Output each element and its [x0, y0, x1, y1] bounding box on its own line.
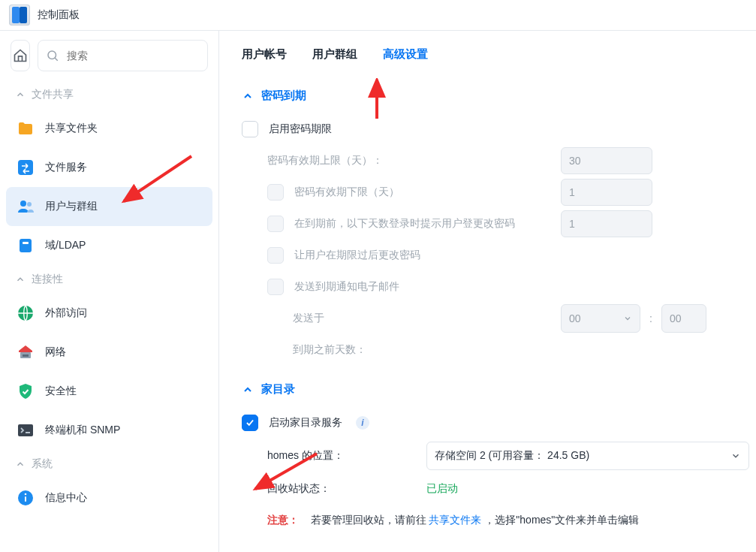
- sidebar-group-system[interactable]: 系统: [6, 450, 212, 478]
- checkbox-send-email[interactable]: [267, 279, 284, 295]
- sidebar-item-domain-ldap[interactable]: 域/LDAP: [6, 226, 212, 265]
- checkbox-min-days[interactable]: [267, 184, 284, 201]
- sidebar-item-label: 终端机和 SNMP: [45, 424, 120, 437]
- sidebar-item-external-access[interactable]: 外部访问: [6, 294, 212, 333]
- svg-rect-4: [20, 239, 32, 252]
- sidebar-item-label: 外部访问: [45, 306, 87, 320]
- tab-user-account[interactable]: 用户帐号: [242, 47, 287, 65]
- row-enable-password-expiry: 启用密码期限: [242, 113, 733, 145]
- row-send-email: 发送到期通知电子邮件: [242, 271, 733, 303]
- input-max-days[interactable]: 30: [561, 147, 652, 174]
- note-prefix: 注意：: [267, 514, 299, 526]
- home-button[interactable]: [11, 40, 30, 71]
- section-home[interactable]: 家目录: [242, 372, 733, 407]
- input-warn-days[interactable]: 1: [561, 210, 652, 237]
- search-field[interactable]: [38, 40, 208, 71]
- chevron-up-icon: [242, 90, 254, 102]
- label-max-days: 密码有效期上限（天）：: [267, 154, 568, 167]
- sidebar-item-label: 域/LDAP: [45, 239, 86, 252]
- row-homes-location: homes 的位置： 存储空间 2 (可用容量： 24.5 GB): [242, 439, 733, 473]
- svg-point-12: [25, 493, 27, 496]
- note-body-2: ，选择"homes"文件来并单击编辑: [484, 514, 639, 526]
- main: 用户帐号 用户群组 高级设置 密码到期 启用密码期限: [219, 31, 756, 552]
- svg-point-0: [48, 51, 56, 59]
- select-send-at-min[interactable]: 00: [661, 304, 706, 333]
- checkbox-enable-home[interactable]: [242, 415, 258, 431]
- row-home-note: 注意： 若要管理回收站，请前往 共享文件来 ，选择"homes"文件来并单击编辑: [242, 505, 733, 536]
- users-icon: [15, 196, 36, 217]
- chevron-up-icon: [15, 459, 26, 469]
- checkbox-enable-password-expiry[interactable]: [242, 121, 258, 137]
- sidebar-item-label: 用户与群组: [45, 200, 98, 213]
- input-min-days[interactable]: 1: [561, 179, 652, 206]
- row-max-days: 密码有效期上限（天）： 30: [242, 145, 733, 176]
- sidebar: 文件共享 共享文件夹 文件服务: [0, 31, 219, 552]
- info-icon: [15, 487, 36, 508]
- chevron-up-icon: [242, 384, 254, 396]
- label-warn-days: 在到期前，以下天数登录时提示用户登更改密码: [294, 217, 565, 231]
- shield-icon: [15, 381, 36, 402]
- sidebar-item-shared-folder[interactable]: 共享文件夹: [6, 109, 212, 148]
- chevron-down-icon: [730, 451, 741, 461]
- row-send-at: 发送于 00 : 00: [242, 303, 733, 334]
- label-homes-location: homes 的位置：: [267, 449, 417, 463]
- sidebar-group-file-share[interactable]: 文件共享: [6, 80, 212, 109]
- row-recycle-status: 回收站状态： 已启动: [242, 473, 733, 505]
- svg-rect-5: [23, 242, 29, 244]
- label-allow-change-after: 让用户在期限过后更改密码: [294, 249, 420, 262]
- content[interactable]: 密码到期 启用密码期限 密码有效期上限（天）： 30 密码有效期下限（天） 1: [219, 78, 756, 552]
- sidebar-group-label: 连接性: [32, 273, 63, 286]
- label-days-before: 到期之前天数：: [293, 343, 366, 357]
- folder-icon: [15, 118, 36, 139]
- section-title: 家目录: [261, 382, 295, 397]
- sidebar-scroll[interactable]: 文件共享 共享文件夹 文件服务: [0, 80, 218, 552]
- tabs: 用户帐号 用户群组 高级设置: [219, 31, 756, 78]
- time-colon: :: [649, 312, 652, 324]
- note-link-shared-folder[interactable]: 共享文件来: [429, 514, 481, 526]
- section-password-expiry[interactable]: 密码到期: [242, 78, 733, 113]
- sidebar-item-user-group[interactable]: 用户与群组: [6, 187, 212, 226]
- sidebar-group-connectivity[interactable]: 连接性: [6, 265, 212, 294]
- select-send-at-hour[interactable]: 00: [561, 304, 640, 333]
- sidebar-item-info-center[interactable]: 信息中心: [6, 478, 212, 517]
- note-body-1: 若要管理回收站，请前往: [311, 514, 426, 526]
- svg-point-2: [20, 201, 26, 207]
- label-send-email: 发送到期通知电子邮件: [294, 280, 399, 294]
- sidebar-group-label: 文件共享: [32, 88, 74, 101]
- sidebar-item-terminal-snmp[interactable]: 终端机和 SNMP: [6, 411, 212, 450]
- titlebar: 控制面板: [0, 0, 756, 30]
- book-icon: [15, 235, 36, 256]
- tab-user-group[interactable]: 用户群组: [312, 47, 357, 65]
- app-title: 控制面板: [38, 8, 80, 22]
- checkbox-warn-days[interactable]: [267, 216, 284, 232]
- chevron-down-icon: [623, 314, 632, 323]
- terminal-icon: [15, 420, 36, 441]
- sidebar-item-security[interactable]: 安全性: [6, 372, 212, 411]
- row-days-before: 到期之前天数：: [242, 334, 733, 366]
- checkbox-allow-change-after[interactable]: [267, 247, 284, 264]
- row-min-days: 密码有效期下限（天） 1: [242, 176, 733, 208]
- select-homes-location[interactable]: 存储空间 2 (可用容量： 24.5 GB): [426, 442, 749, 470]
- label-min-days: 密码有效期下限（天）: [294, 186, 565, 199]
- transfer-icon: [15, 157, 36, 178]
- sidebar-item-label: 共享文件夹: [45, 122, 98, 135]
- label-send-at: 发送于: [293, 312, 563, 325]
- row-enable-home: 启动家目录服务 i: [242, 407, 733, 439]
- chevron-up-icon: [15, 274, 26, 285]
- sidebar-item-file-services[interactable]: 文件服务: [6, 148, 212, 187]
- app-icon: [9, 5, 30, 26]
- row-warn-days: 在到期前，以下天数登录时提示用户登更改密码 1: [242, 208, 733, 240]
- sidebar-item-label: 文件服务: [45, 161, 87, 174]
- tab-advanced[interactable]: 高级设置: [383, 47, 428, 65]
- sidebar-item-network[interactable]: 网络: [6, 333, 212, 372]
- search-input[interactable]: [65, 49, 200, 62]
- sidebar-item-label: 信息中心: [45, 491, 87, 505]
- home-icon: [13, 48, 28, 63]
- svg-rect-11: [25, 496, 26, 502]
- info-icon[interactable]: i: [356, 416, 369, 430]
- chevron-up-icon: [15, 89, 26, 100]
- sidebar-item-label: 安全性: [45, 385, 77, 398]
- section-title: 密码到期: [261, 89, 306, 103]
- search-icon: [46, 49, 59, 62]
- label-enable-home: 启动家目录服务: [269, 416, 342, 430]
